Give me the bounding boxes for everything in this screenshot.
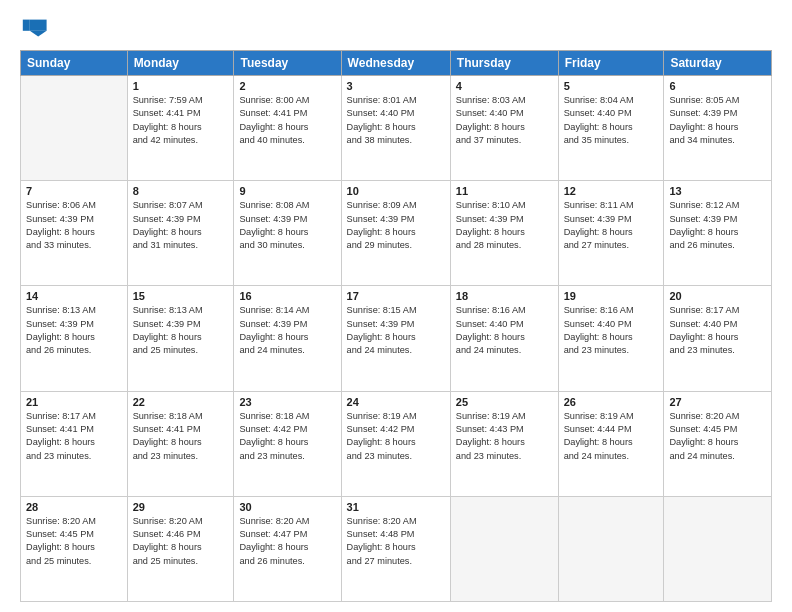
day-info: Sunrise: 8:20 AMSunset: 4:45 PMDaylight:…: [669, 410, 766, 463]
day-cell: 31Sunrise: 8:20 AMSunset: 4:48 PMDayligh…: [341, 496, 450, 601]
day-number: 12: [564, 185, 659, 197]
day-cell: 28Sunrise: 8:20 AMSunset: 4:45 PMDayligh…: [21, 496, 128, 601]
calendar-header-row: SundayMondayTuesdayWednesdayThursdayFrid…: [21, 51, 772, 76]
day-cell: 1Sunrise: 7:59 AMSunset: 4:41 PMDaylight…: [127, 76, 234, 181]
day-info: Sunrise: 8:18 AMSunset: 4:42 PMDaylight:…: [239, 410, 335, 463]
day-info: Sunrise: 8:17 AMSunset: 4:40 PMDaylight:…: [669, 304, 766, 357]
day-cell: 16Sunrise: 8:14 AMSunset: 4:39 PMDayligh…: [234, 286, 341, 391]
day-number: 19: [564, 290, 659, 302]
day-cell: 7Sunrise: 8:06 AMSunset: 4:39 PMDaylight…: [21, 181, 128, 286]
day-number: 18: [456, 290, 553, 302]
day-number: 7: [26, 185, 122, 197]
day-number: 30: [239, 501, 335, 513]
day-info: Sunrise: 8:06 AMSunset: 4:39 PMDaylight:…: [26, 199, 122, 252]
day-cell: 22Sunrise: 8:18 AMSunset: 4:41 PMDayligh…: [127, 391, 234, 496]
day-number: 17: [347, 290, 445, 302]
day-cell: 18Sunrise: 8:16 AMSunset: 4:40 PMDayligh…: [450, 286, 558, 391]
day-number: 2: [239, 80, 335, 92]
day-cell: [664, 496, 772, 601]
day-info: Sunrise: 8:13 AMSunset: 4:39 PMDaylight:…: [133, 304, 229, 357]
day-cell: 21Sunrise: 8:17 AMSunset: 4:41 PMDayligh…: [21, 391, 128, 496]
column-header-thursday: Thursday: [450, 51, 558, 76]
day-cell: 11Sunrise: 8:10 AMSunset: 4:39 PMDayligh…: [450, 181, 558, 286]
day-cell: 13Sunrise: 8:12 AMSunset: 4:39 PMDayligh…: [664, 181, 772, 286]
day-cell: 4Sunrise: 8:03 AMSunset: 4:40 PMDaylight…: [450, 76, 558, 181]
day-number: 10: [347, 185, 445, 197]
week-row-1: 1Sunrise: 7:59 AMSunset: 4:41 PMDaylight…: [21, 76, 772, 181]
logo: [20, 16, 50, 42]
day-number: 6: [669, 80, 766, 92]
day-info: Sunrise: 8:19 AMSunset: 4:42 PMDaylight:…: [347, 410, 445, 463]
day-info: Sunrise: 8:20 AMSunset: 4:48 PMDaylight:…: [347, 515, 445, 568]
week-row-4: 21Sunrise: 8:17 AMSunset: 4:41 PMDayligh…: [21, 391, 772, 496]
day-cell: 23Sunrise: 8:18 AMSunset: 4:42 PMDayligh…: [234, 391, 341, 496]
day-info: Sunrise: 7:59 AMSunset: 4:41 PMDaylight:…: [133, 94, 229, 147]
day-cell: [450, 496, 558, 601]
column-header-monday: Monday: [127, 51, 234, 76]
day-info: Sunrise: 8:17 AMSunset: 4:41 PMDaylight:…: [26, 410, 122, 463]
day-number: 3: [347, 80, 445, 92]
day-number: 14: [26, 290, 122, 302]
day-number: 16: [239, 290, 335, 302]
day-cell: 3Sunrise: 8:01 AMSunset: 4:40 PMDaylight…: [341, 76, 450, 181]
day-info: Sunrise: 8:10 AMSunset: 4:39 PMDaylight:…: [456, 199, 553, 252]
day-info: Sunrise: 8:11 AMSunset: 4:39 PMDaylight:…: [564, 199, 659, 252]
day-number: 15: [133, 290, 229, 302]
column-header-friday: Friday: [558, 51, 664, 76]
day-info: Sunrise: 8:05 AMSunset: 4:39 PMDaylight:…: [669, 94, 766, 147]
day-cell: 17Sunrise: 8:15 AMSunset: 4:39 PMDayligh…: [341, 286, 450, 391]
logo-icon: [20, 14, 48, 42]
day-cell: 29Sunrise: 8:20 AMSunset: 4:46 PMDayligh…: [127, 496, 234, 601]
day-cell: 9Sunrise: 8:08 AMSunset: 4:39 PMDaylight…: [234, 181, 341, 286]
day-number: 1: [133, 80, 229, 92]
day-cell: 20Sunrise: 8:17 AMSunset: 4:40 PMDayligh…: [664, 286, 772, 391]
day-cell: 14Sunrise: 8:13 AMSunset: 4:39 PMDayligh…: [21, 286, 128, 391]
svg-marker-1: [30, 31, 47, 37]
day-cell: [21, 76, 128, 181]
day-info: Sunrise: 8:09 AMSunset: 4:39 PMDaylight:…: [347, 199, 445, 252]
day-cell: [558, 496, 664, 601]
day-number: 21: [26, 396, 122, 408]
page: SundayMondayTuesdayWednesdayThursdayFrid…: [0, 0, 792, 612]
column-header-wednesday: Wednesday: [341, 51, 450, 76]
column-header-saturday: Saturday: [664, 51, 772, 76]
day-info: Sunrise: 8:03 AMSunset: 4:40 PMDaylight:…: [456, 94, 553, 147]
day-cell: 10Sunrise: 8:09 AMSunset: 4:39 PMDayligh…: [341, 181, 450, 286]
column-header-tuesday: Tuesday: [234, 51, 341, 76]
day-number: 23: [239, 396, 335, 408]
day-number: 24: [347, 396, 445, 408]
day-info: Sunrise: 8:16 AMSunset: 4:40 PMDaylight:…: [564, 304, 659, 357]
header: [20, 16, 772, 42]
day-number: 25: [456, 396, 553, 408]
day-info: Sunrise: 8:15 AMSunset: 4:39 PMDaylight:…: [347, 304, 445, 357]
day-info: Sunrise: 8:07 AMSunset: 4:39 PMDaylight:…: [133, 199, 229, 252]
column-header-sunday: Sunday: [21, 51, 128, 76]
day-number: 9: [239, 185, 335, 197]
day-number: 11: [456, 185, 553, 197]
day-info: Sunrise: 8:20 AMSunset: 4:47 PMDaylight:…: [239, 515, 335, 568]
day-info: Sunrise: 8:19 AMSunset: 4:44 PMDaylight:…: [564, 410, 659, 463]
day-cell: 8Sunrise: 8:07 AMSunset: 4:39 PMDaylight…: [127, 181, 234, 286]
day-cell: 19Sunrise: 8:16 AMSunset: 4:40 PMDayligh…: [558, 286, 664, 391]
day-info: Sunrise: 8:20 AMSunset: 4:45 PMDaylight:…: [26, 515, 122, 568]
day-number: 5: [564, 80, 659, 92]
day-info: Sunrise: 8:08 AMSunset: 4:39 PMDaylight:…: [239, 199, 335, 252]
day-number: 26: [564, 396, 659, 408]
day-number: 4: [456, 80, 553, 92]
week-row-5: 28Sunrise: 8:20 AMSunset: 4:45 PMDayligh…: [21, 496, 772, 601]
day-info: Sunrise: 8:16 AMSunset: 4:40 PMDaylight:…: [456, 304, 553, 357]
day-cell: 26Sunrise: 8:19 AMSunset: 4:44 PMDayligh…: [558, 391, 664, 496]
day-number: 20: [669, 290, 766, 302]
day-number: 31: [347, 501, 445, 513]
day-info: Sunrise: 8:20 AMSunset: 4:46 PMDaylight:…: [133, 515, 229, 568]
day-cell: 25Sunrise: 8:19 AMSunset: 4:43 PMDayligh…: [450, 391, 558, 496]
day-info: Sunrise: 8:19 AMSunset: 4:43 PMDaylight:…: [456, 410, 553, 463]
week-row-3: 14Sunrise: 8:13 AMSunset: 4:39 PMDayligh…: [21, 286, 772, 391]
day-info: Sunrise: 8:18 AMSunset: 4:41 PMDaylight:…: [133, 410, 229, 463]
day-number: 13: [669, 185, 766, 197]
day-cell: 27Sunrise: 8:20 AMSunset: 4:45 PMDayligh…: [664, 391, 772, 496]
day-info: Sunrise: 8:00 AMSunset: 4:41 PMDaylight:…: [239, 94, 335, 147]
day-cell: 2Sunrise: 8:00 AMSunset: 4:41 PMDaylight…: [234, 76, 341, 181]
week-row-2: 7Sunrise: 8:06 AMSunset: 4:39 PMDaylight…: [21, 181, 772, 286]
day-info: Sunrise: 8:13 AMSunset: 4:39 PMDaylight:…: [26, 304, 122, 357]
